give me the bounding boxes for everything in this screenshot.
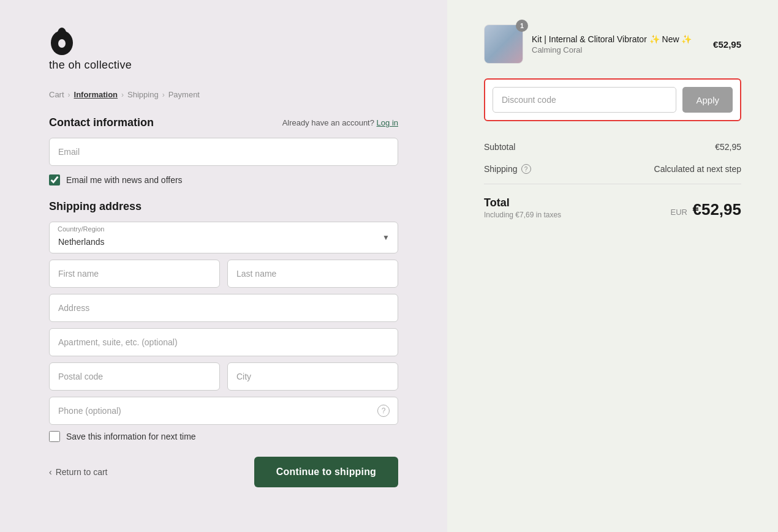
total-row: Total Including €7,69 in taxes EUR €52,9…: [484, 188, 741, 222]
return-to-cart-link[interactable]: ‹ Return to cart: [49, 467, 108, 477]
breadcrumb-sep-3: ›: [162, 91, 165, 99]
city-field[interactable]: [227, 362, 398, 391]
last-name-field[interactable]: [227, 260, 398, 288]
newsletter-checkbox[interactable]: [49, 174, 60, 185]
save-info-checkbox[interactable]: [49, 431, 60, 442]
brand-logo-icon: [49, 24, 75, 56]
product-row: 1 Kit | Internal & Clitoral Vibrator ✨ N…: [484, 24, 741, 64]
postal-field[interactable]: [49, 362, 220, 391]
breadcrumb: Cart › Information › Shipping › Payment: [49, 90, 398, 99]
email-field[interactable]: [49, 138, 398, 166]
total-currency: EUR: [671, 208, 687, 217]
save-info-row: Save this information for next time: [49, 431, 398, 442]
save-info-label[interactable]: Save this information for next time: [66, 432, 196, 441]
shipping-value: Calculated at next step: [654, 164, 741, 174]
login-link[interactable]: Log in: [377, 118, 398, 127]
brand-name: the oh collective: [49, 59, 132, 72]
contact-title: Contact information: [49, 116, 154, 129]
breadcrumb-sep-1: ›: [68, 91, 70, 99]
breadcrumb-cart[interactable]: Cart: [49, 90, 64, 99]
svg-point-2: [58, 39, 66, 48]
svg-point-1: [58, 28, 66, 39]
order-summary-panel: 1 Kit | Internal & Clitoral Vibrator ✨ N…: [447, 0, 778, 532]
subtotal-row: Subtotal €52,95: [484, 136, 741, 158]
total-label: Total: [484, 197, 561, 209]
shipping-label: Shipping: [484, 164, 518, 174]
summary-divider: [484, 184, 741, 184]
breadcrumb-payment[interactable]: Payment: [168, 90, 200, 99]
chevron-left-icon: ‹: [49, 467, 52, 477]
continue-to-shipping-button[interactable]: Continue to shipping: [254, 457, 398, 487]
shipping-label-wrapper: Shipping ?: [484, 164, 531, 174]
product-quantity-badge: 1: [516, 20, 528, 32]
phone-help-icon[interactable]: ?: [377, 405, 390, 417]
address-field[interactable]: [49, 294, 398, 322]
bottom-actions: ‹ Return to cart Continue to shipping: [49, 457, 398, 487]
product-info: Kit | Internal & Clitoral Vibrator ✨ New…: [532, 34, 704, 54]
breadcrumb-information[interactable]: Information: [74, 90, 118, 99]
shipping-row: Shipping ? Calculated at next step: [484, 158, 741, 180]
total-price-wrapper: EUR €52,95: [671, 200, 741, 219]
breadcrumb-shipping[interactable]: Shipping: [127, 90, 159, 99]
product-image: [484, 24, 523, 64]
country-select[interactable]: Netherlands: [49, 222, 398, 253]
logo-area: the oh collective: [49, 24, 398, 72]
country-select-wrapper: Country/Region Netherlands ▼: [49, 222, 398, 253]
discount-code-input[interactable]: [493, 87, 676, 113]
name-row: [49, 260, 398, 288]
postal-city-row: [49, 362, 398, 391]
product-price: €52,95: [713, 39, 741, 50]
product-name: Kit | Internal & Clitoral Vibrator ✨ New…: [532, 34, 704, 44]
phone-wrapper: ?: [49, 397, 398, 425]
contact-header: Contact information Already have an acco…: [49, 116, 398, 129]
apply-discount-button[interactable]: Apply: [682, 87, 733, 113]
phone-field[interactable]: [49, 397, 398, 425]
newsletter-row: Email me with news and offers: [49, 174, 398, 185]
breadcrumb-sep-2: ›: [121, 91, 124, 99]
shipping-title: Shipping address: [49, 200, 398, 213]
apartment-field[interactable]: [49, 328, 398, 356]
subtotal-value: €52,95: [715, 142, 741, 152]
discount-section: Apply: [484, 78, 741, 121]
product-image-wrapper: 1: [484, 24, 523, 64]
newsletter-label[interactable]: Email me with news and offers: [66, 175, 183, 185]
product-variant: Calming Coral: [532, 45, 704, 54]
login-prompt: Already have an account? Log in: [282, 118, 398, 127]
subtotal-label: Subtotal: [484, 142, 515, 152]
first-name-field[interactable]: [49, 260, 220, 288]
total-label-wrapper: Total Including €7,69 in taxes: [484, 197, 561, 219]
return-label: Return to cart: [56, 467, 108, 477]
shipping-help-icon[interactable]: ?: [521, 164, 531, 174]
total-price: €52,95: [692, 200, 741, 219]
checkout-left-panel: the oh collective Cart › Information › S…: [0, 0, 447, 532]
tax-note: Including €7,69 in taxes: [484, 211, 561, 219]
